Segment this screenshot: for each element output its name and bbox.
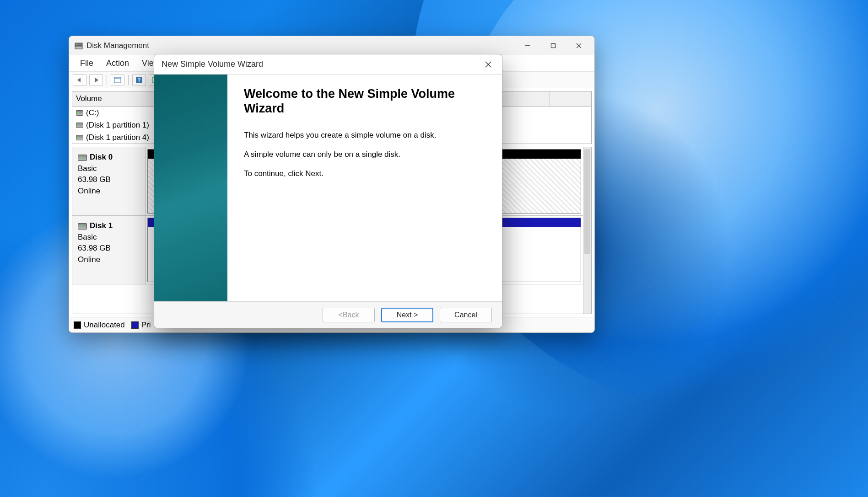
back-button[interactable]: < Back (323, 308, 375, 322)
legend-primary: Pri (131, 321, 151, 330)
dm-titlebar[interactable]: Disk Management (69, 36, 594, 55)
drive-icon (76, 123, 83, 128)
drive-icon (78, 155, 87, 161)
next-button[interactable]: Next > (381, 308, 433, 322)
wizard-text: This wizard helps you create a simple vo… (244, 131, 487, 140)
dm-title: Disk Management (86, 41, 149, 50)
minimize-button[interactable] (515, 36, 540, 55)
new-simple-volume-wizard: New Simple Volume Wizard Welcome to the … (154, 54, 502, 328)
close-button[interactable] (478, 54, 498, 75)
legend-unallocated: Unallocated (74, 321, 125, 330)
scrollbar[interactable] (583, 147, 591, 314)
maximize-button[interactable] (540, 36, 566, 55)
drive-icon (76, 135, 83, 140)
wizard-title: New Simple Volume Wizard (162, 59, 263, 69)
svg-rect-4 (551, 44, 555, 48)
menu-action[interactable]: Action (100, 56, 135, 71)
menu-file[interactable]: File (74, 56, 100, 71)
forward-icon[interactable] (89, 74, 103, 86)
close-button[interactable] (566, 36, 592, 55)
properties-icon[interactable] (111, 74, 124, 86)
svg-text:?: ? (138, 77, 141, 83)
cancel-button[interactable]: Cancel (440, 308, 492, 322)
wizard-heading: Welcome to the New Simple Volume Wizard (244, 86, 487, 116)
drive-icon (78, 223, 87, 230)
help-icon[interactable]: ? (132, 74, 146, 86)
disk-management-icon (75, 42, 83, 50)
svg-rect-7 (114, 77, 121, 83)
back-icon[interactable] (73, 74, 86, 86)
svg-rect-2 (76, 44, 77, 45)
wizard-text: A simple volume can only be on a single … (244, 150, 487, 159)
wizard-footer: < Back Next > Cancel (154, 301, 502, 328)
svg-rect-1 (75, 46, 82, 49)
wizard-text: To continue, click Next. (244, 169, 487, 178)
wizard-sidebar-graphic (154, 75, 227, 301)
wizard-titlebar[interactable]: New Simple Volume Wizard (154, 54, 502, 75)
drive-icon (76, 110, 83, 116)
